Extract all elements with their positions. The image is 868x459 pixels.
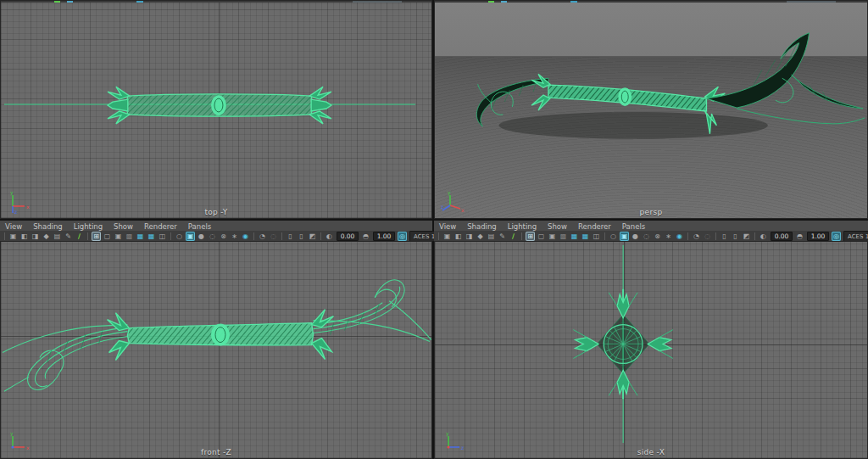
toolbar-sliver-speck (67, 1, 73, 3)
multi-pass-icon[interactable]: ▯ (297, 232, 306, 241)
fog-icon[interactable]: ◌ (703, 232, 712, 241)
color-management-icon[interactable]: ◎ (832, 232, 841, 241)
viewport-label-front[interactable]: front -Z (1, 448, 431, 456)
wireframe-model-side-view (435, 242, 867, 458)
backface-culling-icon[interactable]: ⊗ (219, 232, 228, 241)
viewport-label-persp[interactable]: persp (435, 208, 867, 216)
pencil-slash-icon[interactable]: ∕ (75, 232, 84, 241)
motion-blur-icon[interactable]: ● (197, 232, 206, 241)
camera-attributes-icon[interactable]: ◨ (465, 232, 474, 241)
color-management-icon[interactable]: ◎ (398, 232, 407, 241)
smooth-shade-icon[interactable]: ▣ (548, 232, 557, 241)
separator (715, 232, 716, 240)
isolate-select-icon[interactable]: ◔ (258, 232, 267, 241)
svg-text:y: y (448, 189, 451, 196)
separator (521, 232, 522, 240)
textured-icon[interactable]: ▩ (559, 232, 568, 241)
svg-text:y: y (10, 430, 14, 437)
menu-panels[interactable]: Panels (188, 222, 211, 231)
smooth-shade-icon[interactable]: ▣ (114, 232, 123, 241)
shadows-icon[interactable]: ▦ (581, 232, 590, 241)
soft-select-icon[interactable]: ◉ (675, 232, 684, 241)
wireframe-icon[interactable]: ⊞ (92, 232, 101, 241)
screen-ao-icon[interactable]: ◫ (592, 232, 601, 241)
toolbar-sliver-speck (501, 1, 507, 3)
image-plane-icon[interactable]: ▤ (487, 232, 496, 241)
bookmarks-icon[interactable]: ◆ (42, 232, 51, 241)
viewport-label-side[interactable]: side -X (435, 448, 867, 456)
panel-menubar: ViewShadingLightingShowRendererPanels (0, 221, 432, 231)
exposure-icon[interactable]: ◐ (325, 232, 334, 241)
motion-blur-icon[interactable]: ● (631, 232, 640, 241)
image-plane-icon[interactable]: ▤ (53, 232, 62, 241)
grease-pencil-icon[interactable]: ✎ (498, 232, 507, 241)
exposure-field[interactable]: 0.00 (337, 232, 359, 241)
menu-view[interactable]: View (439, 222, 456, 231)
xray-icon[interactable]: ▣ (620, 232, 629, 241)
textured-icon[interactable]: ▩ (125, 232, 134, 241)
menu-lighting[interactable]: Lighting (508, 222, 537, 231)
gamma-field[interactable]: 1.00 (807, 232, 829, 241)
menu-renderer[interactable]: Renderer (578, 222, 611, 231)
menu-show[interactable]: Show (114, 222, 133, 231)
viewport-side[interactable]: y z side -X (434, 241, 868, 459)
camera-attributes-icon[interactable]: ◨ (31, 232, 40, 241)
panel-side: ViewShadingLightingShowRendererPanels ▣◧… (434, 221, 868, 459)
menu-shading[interactable]: Shading (33, 222, 63, 231)
screen-ao-icon[interactable]: ◫ (158, 232, 167, 241)
menu-renderer[interactable]: Renderer (144, 222, 177, 231)
exposure-field[interactable]: 0.00 (771, 232, 793, 241)
anti-alias-icon[interactable]: ◌ (208, 232, 217, 241)
default-material-icon[interactable]: ○ (175, 232, 184, 241)
lock-camera-icon[interactable]: ◧ (453, 232, 463, 241)
backface-culling-icon[interactable]: ⊗ (653, 232, 662, 241)
viewport-persp[interactable]: y x z persp (434, 0, 868, 219)
flat-shade-icon[interactable]: ▢ (103, 232, 112, 241)
menu-show[interactable]: Show (548, 222, 567, 231)
select-camera-icon[interactable]: ▣ (8, 232, 18, 241)
pan-zoom-icon[interactable]: ◩ (742, 232, 751, 241)
multi-pass-icon[interactable]: ▯ (731, 232, 740, 241)
gamma-icon[interactable]: ◓ (361, 232, 370, 241)
flat-shade-icon[interactable]: ▢ (537, 232, 546, 241)
toolbar-sliver-speck (54, 1, 60, 3)
viewport-label-top[interactable]: top -Y (1, 208, 431, 216)
pan-zoom-icon[interactable]: ◩ (308, 232, 317, 241)
bookmarks-icon[interactable]: ◆ (476, 232, 485, 241)
fog-icon[interactable]: ◌ (269, 232, 278, 241)
grease-pencil-icon[interactable]: ✎ (64, 232, 73, 241)
gamma-field[interactable]: 1.00 (373, 232, 395, 241)
default-material-icon[interactable]: ○ (609, 232, 618, 241)
joints-xray-icon[interactable]: ∗ (664, 232, 673, 241)
soft-select-icon[interactable]: ◉ (241, 232, 250, 241)
select-camera-icon[interactable]: ▣ (442, 232, 452, 241)
menu-shading[interactable]: Shading (467, 222, 497, 231)
svg-text:y: y (10, 189, 14, 196)
clipped-toolbar-strip (1, 1, 431, 3)
gamma-icon[interactable]: ◓ (795, 232, 804, 241)
wireframe-icon[interactable]: ⊞ (526, 232, 535, 241)
menu-panels[interactable]: Panels (622, 222, 645, 231)
use-all-lights-icon[interactable]: ▦ (136, 232, 145, 241)
isolate-select-icon[interactable]: ◔ (692, 232, 701, 241)
snapshot-icon[interactable]: ▯ (720, 232, 729, 241)
menu-view[interactable]: View (5, 222, 22, 231)
separator (87, 232, 88, 240)
pencil-slash-icon[interactable]: ∕ (509, 232, 518, 241)
menu-lighting[interactable]: Lighting (74, 222, 103, 231)
panel-toolbar: ViewShadingLightingShowRendererPanels ▣◧… (0, 221, 432, 241)
toolbar-sliver-speck (488, 1, 494, 3)
exposure-icon[interactable]: ◐ (759, 232, 768, 241)
shadows-icon[interactable]: ▦ (147, 232, 156, 241)
snapshot-icon[interactable]: ▯ (286, 232, 295, 241)
anti-alias-icon[interactable]: ◌ (642, 232, 651, 241)
joints-xray-icon[interactable]: ∗ (230, 232, 239, 241)
viewport-front[interactable]: y x front -Z (0, 241, 432, 459)
separator (253, 232, 254, 240)
viewport-top[interactable]: y x z top -Y (0, 0, 432, 219)
separator (754, 232, 755, 240)
lock-camera-icon[interactable]: ◧ (19, 232, 29, 241)
wireframe-model-front-view (1, 242, 431, 458)
use-all-lights-icon[interactable]: ▦ (570, 232, 579, 241)
xray-icon[interactable]: ▣ (186, 232, 195, 241)
